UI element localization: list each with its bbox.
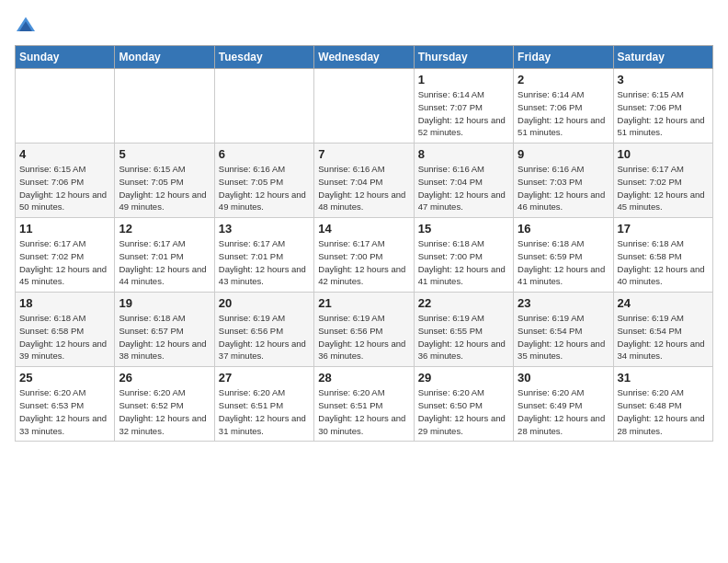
calendar-cell: 31Sunrise: 6:20 AMSunset: 6:48 PMDayligh… bbox=[613, 367, 712, 442]
calendar-table: SundayMondayTuesdayWednesdayThursdayFrid… bbox=[15, 45, 713, 442]
calendar-cell: 2Sunrise: 6:14 AMSunset: 7:06 PMDaylight… bbox=[514, 69, 613, 144]
day-info: Sunrise: 6:20 AMSunset: 6:53 PMDaylight:… bbox=[19, 386, 110, 437]
day-number: 4 bbox=[19, 147, 110, 161]
day-info: Sunrise: 6:17 AMSunset: 7:02 PMDaylight:… bbox=[19, 237, 110, 288]
day-number: 28 bbox=[318, 371, 409, 385]
day-number: 8 bbox=[418, 147, 509, 161]
day-number: 9 bbox=[518, 147, 609, 161]
day-info: Sunrise: 6:16 AMSunset: 7:04 PMDaylight:… bbox=[418, 163, 509, 213]
calendar-cell: 1Sunrise: 6:14 AMSunset: 7:07 PMDaylight… bbox=[414, 69, 513, 144]
calendar-cell: 23Sunrise: 6:19 AMSunset: 6:54 PMDayligh… bbox=[514, 293, 613, 367]
calendar-cell: 24Sunrise: 6:19 AMSunset: 6:54 PMDayligh… bbox=[613, 293, 712, 367]
day-number: 16 bbox=[518, 222, 609, 236]
day-info: Sunrise: 6:20 AMSunset: 6:49 PMDaylight:… bbox=[518, 386, 609, 437]
day-number: 29 bbox=[418, 371, 509, 385]
day-number: 21 bbox=[318, 296, 409, 310]
day-info: Sunrise: 6:17 AMSunset: 7:01 PMDaylight:… bbox=[219, 237, 310, 288]
day-number: 2 bbox=[518, 73, 609, 86]
day-number: 12 bbox=[119, 222, 210, 236]
day-info: Sunrise: 6:19 AMSunset: 6:54 PMDaylight:… bbox=[618, 312, 709, 362]
day-info: Sunrise: 6:20 AMSunset: 6:51 PMDaylight:… bbox=[318, 386, 409, 437]
calendar-cell: 22Sunrise: 6:19 AMSunset: 6:55 PMDayligh… bbox=[414, 293, 513, 367]
calendar-cell: 27Sunrise: 6:20 AMSunset: 6:51 PMDayligh… bbox=[214, 367, 313, 442]
calendar-cell bbox=[314, 69, 414, 144]
calendar-cell: 11Sunrise: 6:17 AMSunset: 7:02 PMDayligh… bbox=[16, 218, 115, 293]
day-info: Sunrise: 6:18 AMSunset: 6:58 PMDaylight:… bbox=[19, 312, 110, 362]
day-info: Sunrise: 6:15 AMSunset: 7:05 PMDaylight:… bbox=[119, 163, 210, 213]
calendar-cell bbox=[16, 69, 115, 144]
day-info: Sunrise: 6:15 AMSunset: 7:06 PMDaylight:… bbox=[19, 163, 110, 213]
day-number: 11 bbox=[19, 222, 110, 236]
calendar-cell: 28Sunrise: 6:20 AMSunset: 6:51 PMDayligh… bbox=[314, 367, 414, 442]
calendar-cell: 30Sunrise: 6:20 AMSunset: 6:49 PMDayligh… bbox=[514, 367, 613, 442]
day-info: Sunrise: 6:16 AMSunset: 7:04 PMDaylight:… bbox=[318, 163, 409, 213]
calendar-cell: 17Sunrise: 6:18 AMSunset: 6:58 PMDayligh… bbox=[613, 218, 712, 293]
day-number: 3 bbox=[618, 73, 709, 86]
calendar-cell: 10Sunrise: 6:17 AMSunset: 7:02 PMDayligh… bbox=[613, 144, 712, 218]
day-info: Sunrise: 6:18 AMSunset: 7:00 PMDaylight:… bbox=[418, 237, 509, 288]
calendar-cell: 18Sunrise: 6:18 AMSunset: 6:58 PMDayligh… bbox=[16, 293, 115, 367]
calendar-cell: 13Sunrise: 6:17 AMSunset: 7:01 PMDayligh… bbox=[214, 218, 313, 293]
generalblue-logo-icon bbox=[15, 16, 37, 34]
day-info: Sunrise: 6:19 AMSunset: 6:55 PMDaylight:… bbox=[418, 312, 509, 362]
day-info: Sunrise: 6:18 AMSunset: 6:58 PMDaylight:… bbox=[618, 237, 709, 288]
column-header-sunday: Sunday bbox=[16, 46, 115, 69]
calendar-cell: 19Sunrise: 6:18 AMSunset: 6:57 PMDayligh… bbox=[115, 293, 214, 367]
day-number: 1 bbox=[418, 73, 509, 86]
calendar-cell bbox=[214, 69, 313, 144]
column-header-monday: Monday bbox=[115, 46, 214, 69]
day-info: Sunrise: 6:18 AMSunset: 6:59 PMDaylight:… bbox=[518, 237, 609, 288]
day-info: Sunrise: 6:20 AMSunset: 6:51 PMDaylight:… bbox=[219, 386, 310, 437]
day-number: 7 bbox=[318, 147, 409, 161]
calendar-cell: 25Sunrise: 6:20 AMSunset: 6:53 PMDayligh… bbox=[16, 367, 115, 442]
day-info: Sunrise: 6:14 AMSunset: 7:07 PMDaylight:… bbox=[418, 88, 509, 139]
day-number: 18 bbox=[19, 296, 110, 310]
day-number: 20 bbox=[219, 296, 310, 310]
calendar-cell: 8Sunrise: 6:16 AMSunset: 7:04 PMDaylight… bbox=[414, 144, 513, 218]
calendar-cell: 12Sunrise: 6:17 AMSunset: 7:01 PMDayligh… bbox=[115, 218, 214, 293]
calendar-cell: 26Sunrise: 6:20 AMSunset: 6:52 PMDayligh… bbox=[115, 367, 214, 442]
day-info: Sunrise: 6:17 AMSunset: 7:01 PMDaylight:… bbox=[119, 237, 210, 288]
day-info: Sunrise: 6:17 AMSunset: 7:00 PMDaylight:… bbox=[318, 237, 409, 288]
day-number: 6 bbox=[219, 147, 310, 161]
day-number: 23 bbox=[518, 296, 609, 310]
day-info: Sunrise: 6:18 AMSunset: 6:57 PMDaylight:… bbox=[119, 312, 210, 362]
day-number: 10 bbox=[618, 147, 709, 161]
day-info: Sunrise: 6:14 AMSunset: 7:06 PMDaylight:… bbox=[518, 88, 609, 139]
header bbox=[15, 15, 713, 34]
day-info: Sunrise: 6:16 AMSunset: 7:05 PMDaylight:… bbox=[219, 163, 310, 213]
day-info: Sunrise: 6:20 AMSunset: 6:52 PMDaylight:… bbox=[119, 386, 210, 437]
day-number: 15 bbox=[418, 222, 509, 236]
day-info: Sunrise: 6:20 AMSunset: 6:48 PMDaylight:… bbox=[618, 386, 709, 437]
calendar-cell bbox=[115, 69, 214, 144]
calendar-cell: 14Sunrise: 6:17 AMSunset: 7:00 PMDayligh… bbox=[314, 218, 414, 293]
day-number: 22 bbox=[418, 296, 509, 310]
day-info: Sunrise: 6:19 AMSunset: 6:56 PMDaylight:… bbox=[318, 312, 409, 362]
calendar-cell: 6Sunrise: 6:16 AMSunset: 7:05 PMDaylight… bbox=[214, 144, 313, 218]
column-header-tuesday: Tuesday bbox=[214, 46, 313, 69]
day-info: Sunrise: 6:16 AMSunset: 7:03 PMDaylight:… bbox=[518, 163, 609, 213]
calendar-cell: 9Sunrise: 6:16 AMSunset: 7:03 PMDaylight… bbox=[514, 144, 613, 218]
day-number: 19 bbox=[119, 296, 210, 310]
day-number: 14 bbox=[318, 222, 409, 236]
day-number: 25 bbox=[19, 371, 110, 385]
logo bbox=[15, 15, 40, 34]
day-number: 30 bbox=[518, 371, 609, 385]
day-number: 24 bbox=[618, 296, 709, 310]
day-info: Sunrise: 6:15 AMSunset: 7:06 PMDaylight:… bbox=[618, 88, 709, 139]
column-header-saturday: Saturday bbox=[613, 46, 712, 69]
calendar-cell: 4Sunrise: 6:15 AMSunset: 7:06 PMDaylight… bbox=[16, 144, 115, 218]
calendar-cell: 15Sunrise: 6:18 AMSunset: 7:00 PMDayligh… bbox=[414, 218, 513, 293]
day-info: Sunrise: 6:19 AMSunset: 6:56 PMDaylight:… bbox=[219, 312, 310, 362]
day-number: 13 bbox=[219, 222, 310, 236]
column-header-friday: Friday bbox=[514, 46, 613, 69]
day-number: 26 bbox=[119, 371, 210, 385]
day-info: Sunrise: 6:17 AMSunset: 7:02 PMDaylight:… bbox=[618, 163, 709, 213]
day-number: 5 bbox=[119, 147, 210, 161]
calendar-cell: 5Sunrise: 6:15 AMSunset: 7:05 PMDaylight… bbox=[115, 144, 214, 218]
day-info: Sunrise: 6:19 AMSunset: 6:54 PMDaylight:… bbox=[518, 312, 609, 362]
day-number: 27 bbox=[219, 371, 310, 385]
calendar-cell: 3Sunrise: 6:15 AMSunset: 7:06 PMDaylight… bbox=[613, 69, 712, 144]
calendar-cell: 29Sunrise: 6:20 AMSunset: 6:50 PMDayligh… bbox=[414, 367, 513, 442]
day-number: 17 bbox=[618, 222, 709, 236]
